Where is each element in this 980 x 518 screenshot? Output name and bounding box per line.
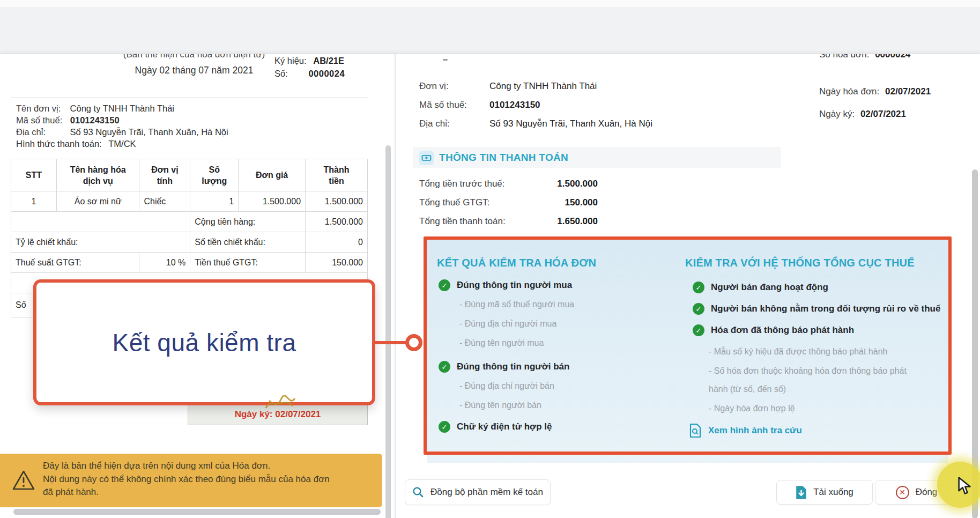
col-unit-price: Đơn giá (239, 159, 306, 191)
warning-triangle-icon (12, 469, 35, 492)
seller-taxcode-value: 0101243150 (489, 100, 540, 110)
signature-scribble-icon (264, 395, 297, 412)
meta-invoice-number: Số hóa đơn: 0000024 (819, 54, 910, 60)
view-lookup-image-link[interactable]: Xem hình ảnh tra cứu (689, 423, 802, 438)
vat-row: Thuế suất GTGT: 10 % Tiền thuế GTGT: 150… (11, 253, 368, 273)
subtotal-value: 1.500.000 (306, 212, 368, 232)
party-taxcode-label: Mã số thuế: (16, 115, 62, 125)
check-icon: ✓ (439, 279, 450, 291)
invoice-panel-scrollbar[interactable] (385, 145, 391, 518)
party-taxcode-row: Mã số thuế: 0101243150 (16, 115, 120, 125)
check-signature-label: Chữ ký điện tử hợp lệ (457, 421, 552, 432)
modal-top-dash (443, 59, 448, 61)
cell-qty: 1 (190, 191, 239, 212)
search-icon (412, 486, 424, 498)
discount-rate-label: Tỷ lệ chiết khấu: (11, 232, 190, 253)
meta-invoice-date-label: Ngày hóa đơn: (819, 86, 879, 97)
panel-divider (395, 54, 396, 518)
col-item-name: Tên hàng hóa dịch vụ (56, 159, 139, 191)
party-payment-value: TM/CK (108, 139, 136, 149)
invoice-number: Số: 0000024 (274, 69, 345, 79)
vat-rate-label: Thuế suất GTGT: (11, 253, 139, 273)
download-icon (796, 486, 807, 499)
cell-item-name: Áo sơ mi nữ (56, 191, 139, 212)
sub-buyer-taxcode: - Đúng mã số thuế người mua (459, 300, 574, 309)
party-address-row: Địa chỉ: Số 93 Nguyễn Trãi, Thanh Xuân, … (16, 127, 228, 137)
sub-buyer-address: - Đúng địa chỉ người mua (459, 319, 556, 329)
callout-text: Kết quả kiểm tra (113, 328, 296, 357)
invoice-detail-modal: (Bản thể hiện của hóa đơn điện tử) Ngày … (0, 54, 980, 518)
top-strip (0, 0, 980, 7)
cell-stt: 1 (11, 191, 57, 212)
seller-name-value: Công ty TNHH Thành Thái (489, 81, 597, 92)
check-seller-active-label: Người bán đang hoạt động (711, 282, 828, 293)
meta-invoice-date: Ngày hóa đơn: 02/07/2021 (819, 86, 931, 97)
discount-amount-label: Số tiền chiết khấu: (190, 232, 306, 253)
check-icon: ✓ (693, 303, 704, 315)
sub-number-range-1: - Số hóa đơn thuộc khoảng hóa đơn thông … (709, 366, 907, 376)
check-invoice-announced: ✓ Hóa đơn đã thông báo phát hành (693, 324, 854, 336)
warning-text: Đây là bản thể hiện dựa trên nội dung xm… (43, 460, 365, 499)
cell-unit: Chiếc (139, 191, 190, 212)
sub-seller-address: - Đúng địa chỉ người bán (459, 381, 554, 391)
col-qty: Số lượng (190, 159, 239, 191)
col-unit: Đơn vị tính (139, 159, 190, 191)
payment-section-header: THÔNG TIN THANH TOÁN (413, 147, 781, 168)
vat-amount-label: Tiền thuế GTGT: (190, 253, 306, 273)
total-payment-value: 1.650.000 (499, 216, 598, 227)
check-icon: ✓ (439, 421, 450, 433)
check-seller-risk: ✓ Người bán không nằm trong đối tượng rủ… (693, 303, 940, 315)
total-payment-label: Tổng tiền thanh toán: (419, 216, 506, 227)
sub-seller-name: - Đúng tên người bán (459, 401, 541, 410)
serial-value: AB/21E (313, 56, 344, 65)
download-label: Tải xuống (813, 487, 853, 498)
warning-line-3: đã phát hành. (43, 486, 365, 499)
seller-name-label: Đơn vị: (419, 81, 449, 92)
check-invoice-announced-label: Hóa đơn đã thông báo phát hành (711, 325, 854, 336)
sync-accounting-label: Đồng bộ phần mềm kế toán (430, 487, 543, 498)
invoice-subtitle: (Bản thể hiện của hóa đơn điện tử) (98, 54, 291, 60)
party-payment-row: Hình thức thanh toán: TM/CK (16, 139, 136, 149)
sync-accounting-button[interactable]: Đồng bộ phần mềm kế toán (405, 479, 551, 505)
check-seller-info-label: Đúng thông tin người bán (457, 361, 569, 372)
check-seller-info: ✓ Đúng thông tin người bán (439, 361, 569, 373)
check-buyer-info: ✓ Đúng thông tin người mua (439, 279, 572, 291)
callout-connector-line (374, 341, 406, 344)
seller-taxcode-label: Mã số thuế: (419, 100, 467, 110)
sub-date-valid: - Ngày hóa đơn hợp lệ (709, 404, 795, 413)
subtotal-label: Cộng tiền hàng: (190, 212, 306, 232)
party-name-label: Tên đơn vị: (16, 103, 62, 114)
party-name-row: Tên đơn vị: Công ty TNHH Thành Thái (16, 103, 174, 114)
total-vat-label: Tổng thuế GTGT: (419, 197, 489, 208)
cell-amount: 1.500.000 (306, 191, 368, 212)
party-address-label: Địa chỉ: (16, 127, 62, 137)
check-signature: ✓ Chữ ký điện tử hợp lệ (439, 421, 552, 433)
vat-rate-value: 10 % (139, 253, 190, 273)
number-label: Số: (274, 69, 288, 78)
horizontal-scrollbar[interactable] (13, 509, 381, 515)
check-icon: ✓ (693, 324, 704, 336)
table-row: 1 Áo sơ mi nữ Chiếc 1 1.500.000 1.500.00… (11, 191, 368, 212)
col-stt: STT (11, 159, 57, 191)
meta-invoice-date-value: 02/07/2021 (885, 86, 931, 97)
warning-line-2: Nội dung này có thể không chính xác theo… (43, 473, 365, 486)
cell-unit-price: 1.500.000 (239, 191, 306, 212)
verify-tax-title: KIỂM TRA VỚI HỆ THỐNG TỔNG CỤC THUẾ (685, 257, 915, 269)
serial-label: Ký hiệu: (274, 56, 307, 65)
meta-invoice-number-label: Số hóa đơn: (819, 54, 869, 60)
total-before-tax-label: Tổng tiền trước thuế: (419, 179, 505, 189)
check-icon: ✓ (693, 282, 704, 293)
check-seller-active: ✓ Người bán đang hoạt động (693, 282, 828, 293)
check-seller-risk-label: Người bán không nằm trong đối tượng rủi … (711, 304, 940, 314)
meta-sign-date-value: 02/07/2021 (860, 109, 906, 119)
view-lookup-image-label: Xem hình ảnh tra cứu (708, 425, 802, 436)
number-value: 0000024 (308, 69, 345, 78)
total-before-tax-value: 1.500.000 (499, 179, 598, 189)
party-payment-label: Hình thức thanh toán: (16, 139, 102, 149)
warning-line-1: Đây là bản thể hiện dựa trên nội dung xm… (43, 460, 365, 473)
check-icon: ✓ (439, 361, 450, 373)
subtotal-row: Cộng tiền hàng: 1.500.000 (11, 212, 368, 232)
download-button[interactable]: Tải xuống (776, 480, 873, 505)
sub-template-announced: - Mẫu số ký hiệu đã được thông báo phát … (709, 347, 887, 357)
sub-buyer-name: - Đúng tên người mua (459, 338, 544, 348)
